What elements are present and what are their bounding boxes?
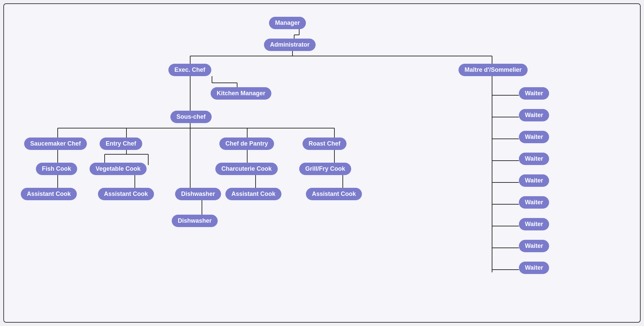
node-asst-cook4[interactable]: Assistant Cook [306, 188, 362, 200]
node-waiter3[interactable]: Waiter [519, 131, 549, 143]
node-asst-cook3[interactable]: Assistant Cook [225, 188, 281, 200]
node-entry-chef[interactable]: Entry Chef [100, 138, 142, 150]
node-waiter1[interactable]: Waiter [519, 87, 549, 100]
node-dishwasher1[interactable]: Dishwasher [175, 188, 221, 200]
node-roast-chef[interactable]: Roast Chef [303, 138, 346, 150]
node-waiter7[interactable]: Waiter [519, 218, 549, 230]
node-exec-chef[interactable]: Exec. Chef [168, 64, 211, 76]
node-dishwasher2[interactable]: Dishwasher [172, 215, 218, 227]
node-vegetable-cook[interactable]: Vegetable Cook [90, 163, 147, 175]
node-administrator[interactable]: Administrator [264, 39, 316, 51]
org-chart: Manager Administrator Exec. Chef Kitchen… [3, 3, 641, 323]
node-asst-cook1[interactable]: Assistant Cook [21, 188, 77, 200]
node-chef-de-pantry[interactable]: Chef de Pantry [219, 138, 274, 150]
node-sous-chef[interactable]: Sous-chef [170, 111, 212, 123]
node-waiter9[interactable]: Waiter [519, 262, 549, 274]
node-fish-cook[interactable]: Fish Cook [36, 163, 77, 175]
node-waiter2[interactable]: Waiter [519, 109, 549, 121]
node-asst-cook2[interactable]: Assistant Cook [98, 188, 154, 200]
node-waiter8[interactable]: Waiter [519, 240, 549, 252]
node-waiter5[interactable]: Waiter [519, 174, 549, 187]
node-saucemaker[interactable]: Saucemaker Chef [24, 138, 87, 150]
node-waiter4[interactable]: Waiter [519, 153, 549, 165]
node-grill-fry-cook[interactable]: Grill/Fry Cook [299, 163, 351, 175]
node-maitre[interactable]: Maître d'/Sommelier [459, 64, 528, 76]
node-waiter6[interactable]: Waiter [519, 196, 549, 209]
node-charcuterie-cook[interactable]: Charcuterie Cook [215, 163, 278, 175]
node-kitchen-manager[interactable]: Kitchen Manager [211, 87, 271, 100]
node-manager[interactable]: Manager [269, 17, 306, 29]
